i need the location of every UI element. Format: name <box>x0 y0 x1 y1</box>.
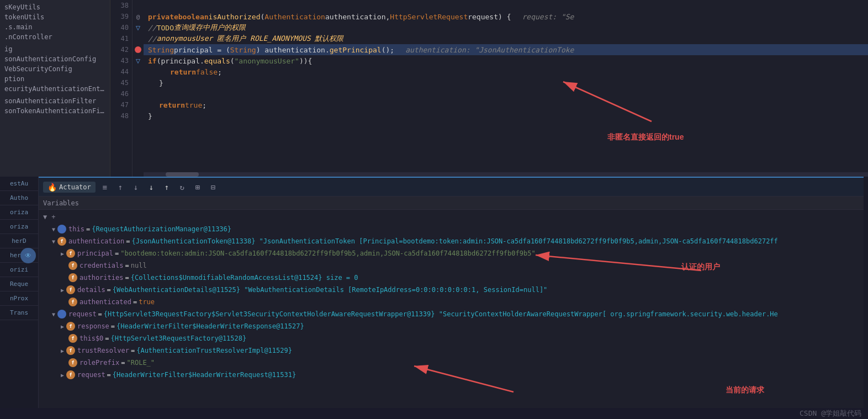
right-scrollbar[interactable] <box>864 177 868 408</box>
sidebar-item-option[interactable]: ption <box>0 74 110 84</box>
watermark: CSDN @学姐敲代码 <box>800 409 861 418</box>
left-panel-item-5[interactable]: herDo 👁 <box>0 248 38 263</box>
scroll-thumb[interactable] <box>166 172 199 177</box>
code-line-39: private boolean isAuthorized ( Authentic… <box>144 11 868 22</box>
var-icon-principal: f <box>66 249 75 258</box>
expand-principal[interactable]: ▶ <box>61 251 64 257</box>
var-row-trustresolver: ▶ f trustResolver = {AuthenticationTrust… <box>39 344 864 357</box>
annotation-text-2: 认证的用户 <box>681 262 720 272</box>
sidebar-item-skeyutils[interactable]: sKeyUtils <box>0 2 110 12</box>
expand-authentication[interactable]: ▼ <box>52 238 55 245</box>
left-panel-item-3[interactable]: oriza <box>0 220 38 234</box>
left-panel-item-6[interactable]: orizi <box>0 263 38 277</box>
sidebar-item-securityconfig[interactable]: VebSecurityConfig <box>0 64 110 74</box>
var-row-details: ▶ f details = {WebAuthenticationDetails@… <box>39 284 864 296</box>
variables-panel: 🔥 Actuator ≡ ↑ ↓ ↓ ↑ ↻ ⊞ ⊟ Variables ▼ + <box>39 177 864 408</box>
annotation-text-3: 当前的请求 <box>726 385 764 395</box>
actuator-tab[interactable]: 🔥 Actuator <box>43 182 96 193</box>
var-icon-request <box>57 310 66 319</box>
left-debug-panel: estAu Autho oriza oriza herD herDo 👁 ori… <box>0 177 39 408</box>
gutter-icon-40: ▽ <box>133 22 144 33</box>
var-row-request-inner: ▶ f request = {HeaderWriterFilter$Header… <box>39 369 864 381</box>
gutter-icon-44 <box>133 66 144 77</box>
eye-icon: 👁 <box>20 248 36 263</box>
toolbar-btn-down[interactable]: ↓ <box>130 181 142 193</box>
toolbar-btn-reset[interactable]: ↻ <box>176 181 188 193</box>
gutter-icon-42 <box>133 44 144 55</box>
code-line-42: String principal = ( String ) authentica… <box>144 44 868 55</box>
collapse-all-btn[interactable]: ▼ <box>43 213 47 221</box>
var-icon-response: f <box>66 322 75 331</box>
var-row-response: ▶ f response = {HeaderWriterFilter$Heade… <box>39 320 864 332</box>
toolbar-btn-list2[interactable]: ⊟ <box>207 181 219 193</box>
gutter-icons: @ ▽ ▽ <box>133 0 144 177</box>
toolbar-btn-sort-down[interactable]: ↓ <box>145 181 157 193</box>
left-panel-item-7[interactable]: Reque <box>0 277 38 291</box>
code-line-43: if (principal. equals ( "anonymousUser" … <box>144 55 868 66</box>
sidebar-item-authconfig[interactable]: sonAuthenticationConfig <box>0 54 110 64</box>
toolbar-btn-up[interactable]: ↑ <box>114 181 126 193</box>
var-icon-authenticated: f <box>68 298 77 306</box>
var-row-this: ▼ this = {RequestAuthorizationManager@11… <box>39 223 864 235</box>
variables-label: Variables <box>43 199 79 207</box>
sidebar-item-entrypoint[interactable]: ecurityAuthenticationEntryPoint <box>0 84 110 94</box>
left-panel-item-0[interactable]: estAu <box>0 177 38 191</box>
expand-request[interactable]: ▼ <box>52 311 55 317</box>
var-icon-authentication: f <box>57 237 66 246</box>
var-icon-details: f <box>66 285 75 294</box>
var-icon-this <box>57 225 66 234</box>
file-sidebar: sKeyUtils tokenUtils .s.main .nControlle… <box>0 0 110 177</box>
line-numbers: 38 39 40 41 42 43 44 45 46 47 48 <box>110 0 133 177</box>
gutter-icon-41 <box>133 33 144 44</box>
fold-43: ▽ <box>136 56 140 65</box>
expand-this[interactable]: ▼ <box>52 226 55 232</box>
sidebar-item-authfilter[interactable]: sonAuthenticationFilter <box>0 96 110 106</box>
add-watch-btn[interactable]: + <box>51 213 55 221</box>
code-line-44: return false ; <box>144 66 868 77</box>
breakpoint-42[interactable] <box>135 46 141 53</box>
var-icon-roleprefix: f <box>68 358 77 367</box>
code-line-38 <box>144 0 868 11</box>
expand-response[interactable]: ▶ <box>61 323 64 330</box>
code-line-45: } <box>144 77 868 88</box>
left-panel-item-8[interactable]: nProx <box>0 291 38 306</box>
debug-toolbar: 🔥 Actuator ≡ ↑ ↓ ↓ ↑ ↻ ⊞ ⊟ <box>39 177 864 197</box>
expand-request-inner[interactable]: ▶ <box>61 372 64 378</box>
gutter-icon-43: ▽ <box>133 55 144 66</box>
gutter-icon-45 <box>133 77 144 88</box>
var-row-controls: ▼ + <box>39 211 864 223</box>
fire-icon: 🔥 <box>47 183 57 192</box>
var-row-credentials: f credentials = null <box>39 259 864 272</box>
expand-trustresolver[interactable]: ▶ <box>61 348 64 354</box>
code-line-41: // anonymousUser 匿名用户 ROLE_ANONYMOUS 默认权… <box>144 33 868 44</box>
left-panel-item-9[interactable]: Trans <box>0 306 38 320</box>
var-icon-trustresolver: f <box>66 346 75 355</box>
sidebar-item-main[interactable]: .s.main <box>0 22 110 32</box>
gutter-icon-48 <box>133 110 144 121</box>
actuator-label: Actuator <box>59 183 91 191</box>
sidebar-item-ig[interactable]: ig <box>0 44 110 54</box>
variables-content: ▼ + ▼ this = {RequestAuthorizationManage… <box>39 210 864 408</box>
gutter-icon-46 <box>133 88 144 99</box>
var-row-this0: f this$0 = {HttpServlet3RequestFactory@1… <box>39 332 864 344</box>
var-row-request: ▼ request = {HttpServlet3RequestFactory$… <box>39 308 864 320</box>
toolbar-btn-grid[interactable]: ⊞ <box>192 181 204 193</box>
toolbar-btn-sort-up[interactable]: ↑ <box>161 181 173 193</box>
expand-details[interactable]: ▶ <box>61 287 64 293</box>
sidebar-item-controller[interactable]: .nController <box>0 32 110 42</box>
left-panel-item-2[interactable]: oriza <box>0 205 38 220</box>
toolbar-btn-list[interactable]: ≡ <box>99 181 111 193</box>
var-row-authorities: f authorities = {Collections$Unmodifiabl… <box>39 272 864 284</box>
bottom-bar: CSDN @学姐敲代码 <box>0 408 868 419</box>
left-panel-item-4[interactable]: herD <box>0 234 38 248</box>
code-line-47: return true ; <box>144 99 868 110</box>
left-panel-item-1[interactable]: Autho <box>0 191 38 205</box>
gutter-icon-38 <box>133 0 144 11</box>
sidebar-item-tokenfilter[interactable]: sonTokenAuthenticationFilter <box>0 106 110 116</box>
var-icon-this0: f <box>68 334 77 343</box>
sidebar-item-tokenutils[interactable]: tokenUtils <box>0 12 110 22</box>
var-icon-credentials: f <box>68 261 77 270</box>
code-content[interactable]: private boolean isAuthorized ( Authentic… <box>144 0 868 177</box>
variables-header: Variables <box>39 197 864 210</box>
horizontal-scrollbar[interactable] <box>144 172 868 177</box>
